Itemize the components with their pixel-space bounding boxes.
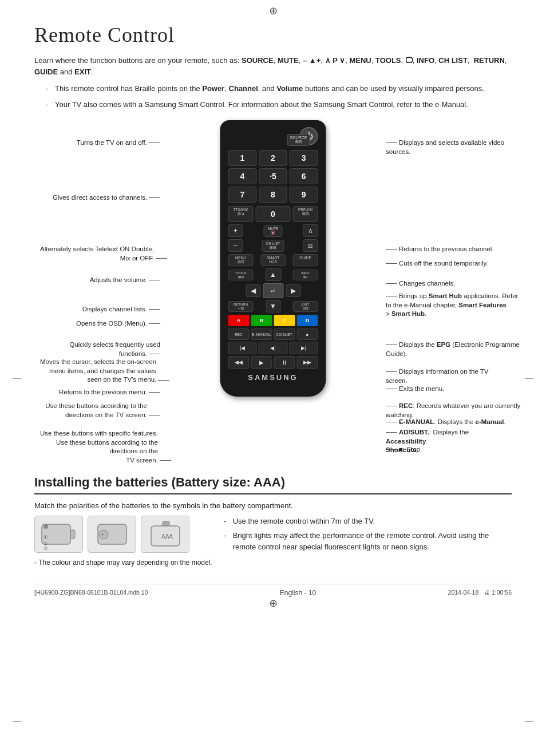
tools-row: TOOLS⊠⊟ ▲ INFOℹ⊟ bbox=[228, 268, 318, 281]
enter-button[interactable]: ↵ bbox=[263, 283, 283, 298]
annot-channels: Gives direct access to channels. bbox=[40, 193, 160, 203]
annot-ch-list: Displays channel lists. bbox=[40, 305, 160, 314]
svg-text:①: ① bbox=[43, 535, 48, 540]
footer-right: 2014-04-18 🖨 1:00:56 bbox=[448, 589, 512, 597]
emanual-button[interactable]: E-MANUAL bbox=[251, 328, 272, 340]
annot-dpad: Moves the cursor, selects the on-screenm… bbox=[40, 358, 160, 385]
left-button[interactable]: ◀ bbox=[246, 284, 260, 297]
vol-down-button[interactable]: – bbox=[228, 239, 243, 252]
lr-row: ◀ ↵ ▶ bbox=[228, 283, 318, 298]
bullet-item-2: Your TV also comes with a Samsung Smart … bbox=[46, 99, 512, 110]
top-crosshair: ⊕ bbox=[269, 5, 278, 17]
btn-7[interactable]: 7 bbox=[228, 187, 257, 203]
btn-0[interactable]: 0 bbox=[256, 206, 291, 222]
prev-button[interactable]: ◀| bbox=[259, 342, 287, 354]
remote-control: ⏻ SOURCE⊞⊟ 1 2 3 4 ·5 6 7 8 9 TTX/MI bbox=[220, 120, 326, 397]
return-button[interactable]: RETURN↩⊟ bbox=[228, 301, 254, 312]
annot-menu: Opens the OSD (Menu). bbox=[40, 319, 160, 328]
skip-fwd-button[interactable]: ▶| bbox=[289, 342, 318, 354]
annot-smart-hub: Brings up Smart Hub applications. Refert… bbox=[386, 292, 506, 319]
svg-point-2 bbox=[43, 524, 48, 529]
annot-rec: REC: Records whatever you are currentlyw… bbox=[386, 402, 506, 419]
rew-button[interactable]: ◀◀ bbox=[228, 356, 250, 369]
info-button[interactable]: INFOℹ⊟ bbox=[293, 270, 318, 280]
battery-subtitle: Match the polarities of the batteries to… bbox=[34, 501, 512, 510]
up-button[interactable]: ▲ bbox=[265, 268, 281, 281]
btn-5[interactable]: ·5 bbox=[259, 168, 287, 184]
svg-text:③: ③ bbox=[43, 546, 48, 550]
vol-up-button[interactable]: + bbox=[228, 224, 243, 237]
page: ⊕ Remote Control Learn where the functio… bbox=[0, 0, 546, 756]
btn-6[interactable]: 6 bbox=[290, 168, 318, 184]
play-button[interactable]: ▶ bbox=[251, 356, 272, 369]
bullet-list: This remote control has Braille points o… bbox=[46, 83, 512, 110]
battery-section: Installing the batteries (Battery size: … bbox=[34, 475, 512, 567]
btn-b[interactable]: B bbox=[251, 315, 272, 326]
ch-up-button[interactable]: ∧ bbox=[303, 224, 318, 237]
btn-1[interactable]: 1 bbox=[228, 150, 257, 166]
vol-chlist-row: – CH LIST⊞⊟ ⊟ bbox=[228, 239, 318, 252]
btn-2[interactable]: 2 bbox=[259, 150, 287, 166]
svg-text:AAA: AAA bbox=[161, 533, 173, 540]
battery-images: ① ② ③ + bbox=[34, 516, 212, 553]
ttx-button[interactable]: TTX/MIX⊞⊿ bbox=[228, 206, 254, 222]
skip-row-1: |◀ ◀| ▶| bbox=[228, 342, 318, 354]
menu-button[interactable]: MENU⊞⊟ bbox=[228, 254, 254, 266]
battery-bottom-note: The colour and shape may vary depending … bbox=[34, 559, 212, 567]
btn-a[interactable]: A bbox=[228, 315, 250, 326]
battery-image-2: + bbox=[88, 516, 136, 553]
battery-right-notes: Use the remote control within 7m of the … bbox=[224, 516, 512, 556]
battery-content: ① ② ③ + bbox=[34, 516, 512, 567]
number-grid: 1 2 3 4 ·5 6 7 8 9 bbox=[228, 150, 318, 203]
edge-mark-bottom-right bbox=[525, 721, 533, 722]
bottom-crosshair: ⊕ bbox=[269, 597, 278, 609]
btn-8[interactable]: 8 bbox=[259, 187, 287, 203]
mute-ch-row: + MUTE🔇 ∧ bbox=[228, 224, 318, 237]
skip-back-button[interactable]: |◀ bbox=[228, 342, 257, 354]
prech-button[interactable]: PRE-CH⊞⊟ bbox=[293, 206, 318, 222]
exit-button[interactable]: EXIT⊟⊞ bbox=[293, 301, 318, 312]
remote-body: ⏻ SOURCE⊞⊟ 1 2 3 4 ·5 6 7 8 9 TTX/MI bbox=[220, 120, 326, 397]
mute-button[interactable]: MUTE🔇 bbox=[264, 225, 282, 237]
annot-epg: Displays the EPG (Electronic ProgrammeGu… bbox=[386, 341, 506, 358]
right-button[interactable]: ▶ bbox=[286, 284, 300, 297]
adsubt-button[interactable]: AD/SUBT. bbox=[274, 328, 295, 340]
page-title: Remote Control bbox=[34, 23, 512, 47]
menu-row: MENU⊞⊟ SMARTHUB GUIDE bbox=[228, 254, 318, 266]
colored-buttons: A B C D bbox=[228, 315, 318, 326]
bullet-item-1: This remote control has Braille points o… bbox=[46, 83, 512, 94]
annot-prech: Returns to the previous channel. bbox=[386, 245, 506, 254]
media-row: ◀◀ ▶ ⏸ ▶▶ bbox=[228, 356, 318, 369]
rec-row: REC E-MANUAL AD/SUBT. ■ bbox=[228, 328, 318, 340]
btn-3[interactable]: 3 bbox=[290, 150, 318, 166]
edge-mark-bottom-left bbox=[13, 721, 21, 722]
btn-4[interactable]: 4 bbox=[228, 168, 257, 184]
tools-button[interactable]: TOOLS⊠⊟ bbox=[228, 270, 254, 280]
ttx-row: TTX/MIX⊞⊿ 0 PRE-CH⊞⊟ bbox=[228, 206, 318, 222]
ff-button[interactable]: ▶▶ bbox=[297, 356, 318, 369]
ch-down-button[interactable]: ⊟ bbox=[303, 239, 318, 252]
pause-button[interactable]: ⏸ bbox=[274, 356, 295, 369]
footer-left: [HU6900-ZG]BN68-06101B-01L04.indb 10 bbox=[34, 589, 148, 597]
diagram-area: Turns the TV on and off. Gives direct ac… bbox=[34, 120, 512, 464]
btn-c[interactable]: C bbox=[274, 315, 295, 326]
annot-ch-change: Changes channels. bbox=[386, 279, 506, 288]
annot-tools: Quickly selects frequently used function… bbox=[40, 341, 160, 358]
annot-emanual: E-MANUAL: Displays the e-Manual. bbox=[386, 418, 506, 427]
down-button[interactable]: ▼ bbox=[266, 300, 280, 312]
guide-button[interactable]: GUIDE bbox=[293, 254, 318, 266]
annot-return: Returns to the previous menu. bbox=[40, 388, 160, 397]
stop-button[interactable]: ■ bbox=[297, 328, 318, 340]
annot-color-btns: Use these buttons according to thedirect… bbox=[40, 402, 160, 419]
battery-image-1: ① ② ③ bbox=[34, 516, 83, 553]
svg-rect-1 bbox=[70, 530, 75, 539]
battery-note-1: Use the remote control within 7m of the … bbox=[224, 516, 512, 527]
smart-hub-button[interactable]: SMARTHUB bbox=[260, 254, 286, 266]
rec-button[interactable]: REC bbox=[228, 328, 250, 340]
source-button[interactable]: SOURCE⊞⊟ bbox=[287, 134, 310, 146]
battery-note-2: Bright lights may affect the performance… bbox=[224, 530, 512, 553]
btn-9[interactable]: 9 bbox=[290, 187, 318, 203]
annot-source: Displays and selects available video sou… bbox=[386, 138, 506, 156]
btn-d[interactable]: D bbox=[297, 315, 318, 326]
ch-list-button[interactable]: CH LIST⊞⊟ bbox=[262, 240, 284, 252]
